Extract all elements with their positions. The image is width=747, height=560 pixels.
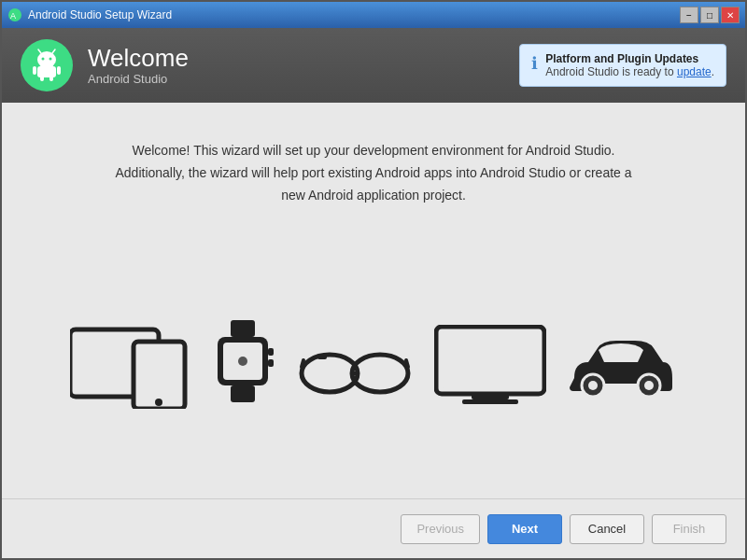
- svg-rect-21: [268, 359, 274, 367]
- svg-rect-17: [231, 320, 255, 337]
- footer: Previous Next Cancel Finish: [2, 498, 745, 558]
- update-link[interactable]: update: [677, 65, 712, 78]
- close-button[interactable]: ✕: [721, 7, 740, 23]
- svg-text:A: A: [10, 11, 16, 21]
- svg-rect-10: [40, 76, 44, 81]
- svg-point-37: [644, 381, 654, 390]
- android-logo-svg: [29, 48, 64, 83]
- svg-rect-7: [37, 66, 56, 77]
- phone-tablet-icon: [70, 325, 191, 409]
- notification-content: Platform and Plugin Updates Android Stud…: [545, 52, 714, 78]
- title-bar-title: Android Studio Setup Wizard: [28, 8, 172, 21]
- svg-point-3: [42, 58, 45, 61]
- svg-rect-33: [462, 399, 518, 404]
- svg-line-6: [52, 49, 55, 53]
- header-titles: Welcome Android Studio: [88, 45, 189, 86]
- svg-point-24: [302, 355, 358, 392]
- header: Welcome Android Studio ℹ Platform and Pl…: [2, 28, 745, 103]
- title-bar-left: A Android Studio Setup Wizard: [7, 7, 172, 22]
- welcome-text: Welcome! This wizard will set up your de…: [112, 140, 635, 206]
- svg-line-28: [406, 360, 408, 367]
- notification-text-prefix: Android Studio is ready to: [545, 65, 677, 78]
- android-logo: [21, 39, 73, 91]
- device-icons-row: [70, 253, 677, 480]
- svg-point-4: [49, 58, 52, 61]
- cancel-button[interactable]: Cancel: [570, 514, 644, 544]
- car-icon: [565, 329, 677, 404]
- svg-rect-11: [49, 76, 53, 81]
- svg-point-16: [155, 399, 162, 406]
- svg-point-36: [588, 381, 598, 390]
- smartwatch-icon: [210, 320, 275, 413]
- maximize-button[interactable]: □: [700, 7, 719, 23]
- finish-button[interactable]: Finish: [652, 514, 726, 544]
- minimize-button[interactable]: −: [680, 7, 698, 23]
- android-studio-icon: A: [7, 7, 22, 22]
- title-bar: A Android Studio Setup Wizard − □ ✕: [2, 2, 745, 28]
- notification-text: Android Studio is ready to update.: [545, 65, 714, 78]
- header-left: Welcome Android Studio: [21, 39, 189, 91]
- svg-rect-20: [268, 348, 274, 356]
- svg-rect-9: [57, 66, 61, 75]
- svg-rect-22: [231, 385, 255, 402]
- svg-point-23: [238, 357, 247, 366]
- notification-text-suffix: .: [712, 65, 714, 78]
- svg-rect-29: [317, 355, 327, 359]
- notification-box: ℹ Platform and Plugin Updates Android St…: [519, 44, 726, 87]
- window-controls: − □ ✕: [680, 7, 740, 23]
- svg-rect-32: [472, 394, 509, 399]
- svg-rect-15: [138, 348, 180, 399]
- svg-rect-8: [33, 66, 36, 75]
- header-subtitle: Android Studio: [88, 72, 189, 86]
- svg-point-25: [352, 355, 408, 392]
- svg-line-27: [302, 360, 303, 367]
- glasses-icon: [294, 334, 416, 399]
- main-window: A Android Studio Setup Wizard − □ ✕: [0, 0, 747, 560]
- next-button[interactable]: Next: [487, 514, 562, 544]
- info-icon: ℹ: [531, 53, 538, 74]
- previous-button[interactable]: Previous: [401, 514, 480, 544]
- notification-title: Platform and Plugin Updates: [545, 52, 714, 65]
- main-content: Welcome! This wizard will set up your de…: [2, 103, 745, 498]
- svg-line-5: [38, 49, 41, 53]
- svg-point-2: [37, 51, 56, 68]
- header-title: Welcome: [88, 45, 189, 72]
- tv-icon: [434, 325, 546, 409]
- svg-rect-31: [442, 332, 539, 388]
